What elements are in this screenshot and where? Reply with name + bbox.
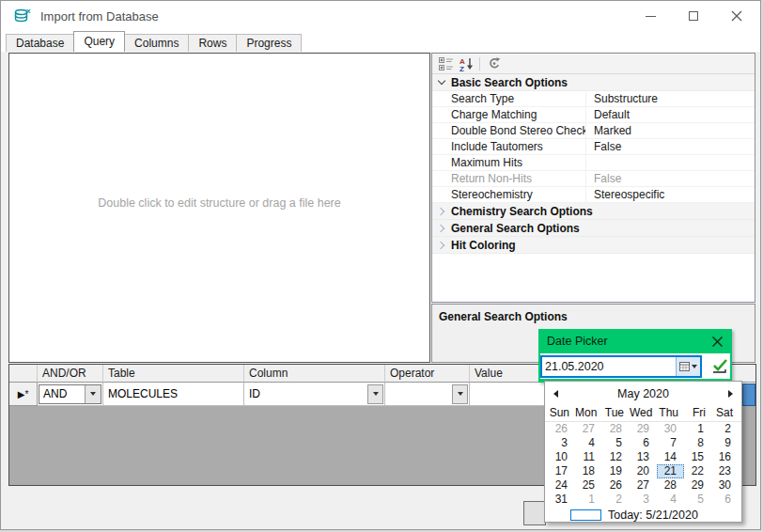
calendar-day[interactable]: 5 bbox=[684, 493, 711, 507]
structure-editor[interactable]: Double click to edit structure or drag a… bbox=[8, 53, 430, 363]
categorized-icon[interactable] bbox=[436, 55, 456, 72]
category-hit-coloring[interactable]: Hit Coloring bbox=[432, 237, 755, 254]
property-search-type[interactable]: Search TypeSubstructure bbox=[432, 91, 755, 107]
partially-hidden-button[interactable] bbox=[523, 501, 546, 525]
calendar-month-label: May 2020 bbox=[558, 387, 728, 400]
calendar-day[interactable]: 12 bbox=[602, 450, 630, 464]
chevron-down-icon bbox=[438, 77, 445, 85]
calendar-day[interactable]: 30 bbox=[711, 478, 739, 493]
chevron-right-icon bbox=[437, 241, 444, 248]
calendar-day[interactable]: 2 bbox=[711, 422, 739, 436]
calendar-day[interactable]: 23 bbox=[711, 464, 739, 478]
next-month-icon[interactable] bbox=[728, 390, 733, 398]
calendar-day[interactable]: 1 bbox=[575, 493, 602, 507]
calendar-day[interactable]: 2 bbox=[602, 493, 630, 507]
category-chemistry-search-options[interactable]: Chemistry Search Options bbox=[432, 203, 755, 220]
calendar-day[interactable]: 19 bbox=[602, 464, 630, 478]
calendar-day[interactable]: 26 bbox=[602, 478, 630, 493]
calendar-day[interactable]: 6 bbox=[711, 493, 739, 507]
svg-text:Z: Z bbox=[459, 64, 464, 71]
calendar-day[interactable]: 31 bbox=[548, 493, 575, 507]
property-double-bond-stereo-check[interactable]: Double Bond Stereo CheckMarked bbox=[432, 123, 755, 139]
tab-query[interactable]: Query bbox=[73, 31, 125, 52]
calendar-day[interactable]: 14 bbox=[657, 450, 684, 464]
calendar-day[interactable]: 9 bbox=[711, 436, 739, 450]
dropdown-arrow-icon[interactable] bbox=[367, 384, 383, 404]
column-cell[interactable]: ID bbox=[244, 383, 385, 406]
dropdown-arrow-icon[interactable] bbox=[85, 385, 101, 403]
calendar-day[interactable]: 7 bbox=[657, 436, 684, 450]
header-and-or[interactable]: AND/OR bbox=[38, 365, 103, 383]
calendar-day[interactable]: 18 bbox=[575, 464, 602, 478]
title-bar: x Import from Database bbox=[1, 1, 760, 31]
calendar-day[interactable]: 28 bbox=[602, 422, 630, 436]
dropdown-arrow-icon[interactable] bbox=[452, 384, 468, 404]
calendar-day[interactable]: 8 bbox=[684, 436, 711, 450]
calendar-day[interactable]: 1 bbox=[684, 422, 711, 436]
check-icon[interactable] bbox=[710, 358, 729, 374]
calendar-week: 24 25 26 27 28 29 30 bbox=[545, 478, 741, 493]
calendar-dropdown-icon[interactable] bbox=[676, 357, 700, 376]
calendar-day[interactable]: 11 bbox=[575, 450, 602, 464]
property-charge-matching[interactable]: Charge MatchingDefault bbox=[432, 107, 755, 123]
calendar-weekday: Wed bbox=[630, 405, 657, 421]
chevron-right-icon bbox=[437, 207, 444, 214]
operator-cell[interactable] bbox=[385, 383, 470, 406]
calendar-week: 17 18 19 20 21 22 23 bbox=[545, 464, 741, 478]
reset-icon[interactable] bbox=[484, 55, 504, 72]
calendar-day[interactable]: 5 bbox=[602, 436, 630, 450]
header-operator[interactable]: Operator bbox=[385, 365, 470, 383]
calendar-day[interactable]: 10 bbox=[548, 450, 575, 464]
calendar-day[interactable]: 25 bbox=[575, 478, 602, 493]
and-or-combobox[interactable]: AND bbox=[39, 384, 101, 404]
calendar-day[interactable]: 3 bbox=[630, 493, 657, 507]
category-general-search-options[interactable]: General Search Options bbox=[432, 220, 755, 237]
calendar-day[interactable]: 15 bbox=[684, 450, 711, 464]
calendar-day[interactable]: 29 bbox=[630, 422, 657, 436]
header-column[interactable]: Column bbox=[244, 365, 385, 383]
minimize-icon[interactable] bbox=[629, 1, 672, 31]
close-icon[interactable] bbox=[715, 1, 758, 31]
chevron-right-icon bbox=[437, 224, 444, 231]
tab-progress[interactable]: Progress bbox=[236, 34, 302, 52]
calendar-weekday: Tue bbox=[602, 405, 630, 421]
today-label[interactable]: Today: 5/21/2020 bbox=[608, 509, 698, 522]
calendar-day[interactable]: 27 bbox=[630, 478, 657, 493]
header-table[interactable]: Table bbox=[103, 365, 244, 383]
tab-rows[interactable]: Rows bbox=[188, 34, 237, 52]
value-editor-fragment[interactable] bbox=[742, 383, 755, 406]
sort-alphabetical-icon[interactable]: A Z bbox=[456, 55, 475, 72]
calendar-day[interactable]: 22 bbox=[684, 464, 711, 478]
category-basic-search-options[interactable]: Basic Search Options bbox=[432, 74, 755, 91]
maximize-icon[interactable] bbox=[672, 1, 715, 31]
calendar-day-selected[interactable]: 21 bbox=[657, 464, 684, 478]
row-marker[interactable]: ▶* bbox=[9, 383, 38, 406]
calendar-week: 10 11 12 13 14 15 16 bbox=[545, 450, 741, 464]
calendar-day[interactable]: 4 bbox=[657, 493, 684, 507]
calendar-day[interactable]: 28 bbox=[657, 478, 684, 493]
calendar-day[interactable]: 24 bbox=[548, 478, 575, 493]
date-input[interactable]: 21.05.2020 bbox=[540, 355, 702, 378]
tab-database[interactable]: Database bbox=[6, 34, 74, 52]
property-stereochemistry[interactable]: StereochemistryStereospecific bbox=[432, 187, 755, 203]
tab-columns[interactable]: Columns bbox=[124, 34, 189, 52]
calendar-today-row[interactable]: Today: 5/21/2020 bbox=[545, 509, 741, 522]
calendar-day[interactable]: 29 bbox=[684, 478, 711, 493]
calendar-day[interactable]: 13 bbox=[630, 450, 657, 464]
calendar-day[interactable]: 17 bbox=[548, 464, 575, 478]
calendar-day[interactable]: 26 bbox=[548, 422, 575, 436]
table-cell[interactable]: MOLECULES bbox=[103, 383, 244, 406]
calendar-day[interactable]: 30 bbox=[657, 422, 684, 436]
calendar-day[interactable]: 3 bbox=[548, 436, 575, 450]
calendar-day[interactable]: 20 bbox=[630, 464, 657, 478]
close-icon[interactable] bbox=[711, 336, 724, 348]
property-maximum-hits[interactable]: Maximum Hits bbox=[432, 155, 755, 171]
calendar-day[interactable]: 6 bbox=[630, 436, 657, 450]
calendar-day[interactable]: 16 bbox=[711, 450, 739, 464]
structure-placeholder: Double click to edit structure or drag a… bbox=[9, 196, 429, 210]
property-include-tautomers[interactable]: Include TautomersFalse bbox=[432, 139, 755, 155]
calendar-day[interactable]: 27 bbox=[575, 422, 602, 436]
date-picker-window: Date Picker 21.05.2020 bbox=[538, 329, 732, 383]
calendar-day[interactable]: 4 bbox=[575, 436, 602, 450]
and-or-cell: AND bbox=[38, 383, 103, 406]
